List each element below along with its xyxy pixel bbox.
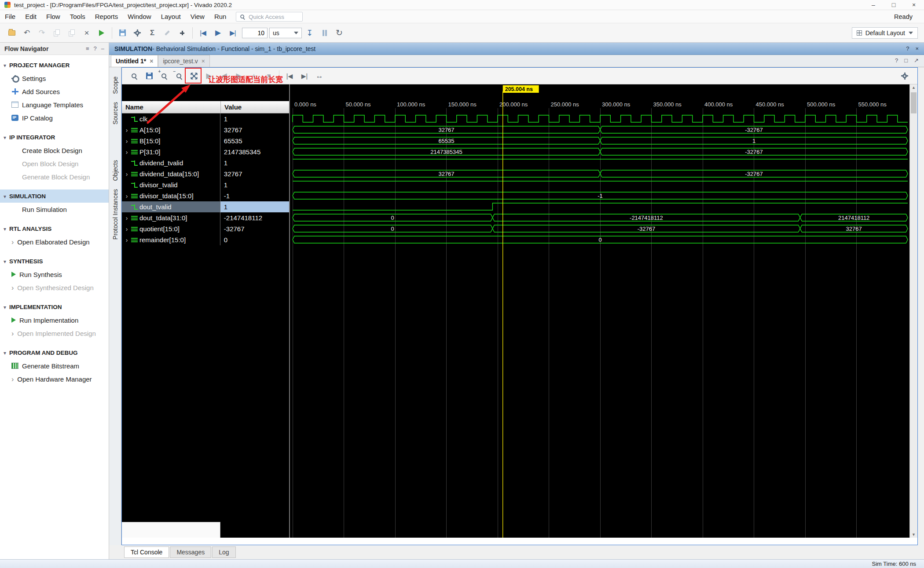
signal-row-remainder-15-0[interactable]: ›remainder[15:0]0 [122, 234, 289, 245]
signal-row-dout-tvalid[interactable]: dout_tvalid1 [122, 201, 289, 212]
nav-section-rtl-analysis[interactable]: RTL ANALYSIS [0, 222, 109, 235]
menu-reports[interactable]: Reports [90, 10, 123, 23]
signal-value[interactable]: -32767 [220, 223, 289, 234]
signal-value[interactable]: 1 [220, 157, 289, 168]
signal-name-cell[interactable]: dividend_tvalid [122, 157, 220, 168]
signal-value[interactable]: 1 [220, 179, 289, 190]
context-close-icon[interactable]: × [915, 45, 919, 52]
settings-gear-icon[interactable] [130, 25, 145, 40]
column-header-value[interactable]: Value [220, 101, 289, 113]
nav-section-synthesis[interactable]: SYNTHESIS [0, 255, 109, 268]
scroll-up-icon[interactable]: ▲ [910, 85, 917, 90]
expand-chevron-icon[interactable]: › [124, 171, 129, 178]
menu-edit[interactable]: Edit [20, 10, 41, 23]
nav-section-simulation[interactable]: SIMULATION [0, 189, 109, 203]
delete-icon[interactable]: × [79, 25, 94, 40]
simulation-settings-icon[interactable] [115, 25, 130, 40]
nav-item-generate-block-design[interactable]: Generate Block Design [0, 170, 109, 183]
bottom-tab-tcl-console[interactable]: Tcl Console [124, 546, 169, 558]
wave-save-icon[interactable] [142, 69, 157, 84]
editor-tab-ipcore-test-v[interactable]: ipcore_test.v× [158, 55, 210, 67]
side-tab-sources[interactable]: Sources [112, 102, 119, 124]
expand-chevron-icon[interactable]: › [124, 215, 129, 222]
signal-name-cell[interactable]: ›remainder[15:0] [122, 234, 220, 245]
signal-value[interactable]: -1 [220, 190, 289, 201]
menu-flow[interactable]: Flow [41, 10, 65, 23]
restart-simulation-icon[interactable]: |◀ [195, 25, 210, 40]
menu-run[interactable]: Run [209, 10, 231, 23]
vertical-scrollbar[interactable]: ▲ ▼ [909, 84, 917, 538]
run-all-icon[interactable]: ▶ [210, 25, 225, 40]
run-for-time-icon[interactable]: ↧ [302, 25, 317, 40]
signal-row-divisor-tdata-15-0[interactable]: ›divisor_tdata[15:0]-1 [122, 190, 289, 201]
quick-access-search[interactable]: Quick Access [236, 12, 303, 22]
step-icon[interactable]: ▶| [225, 25, 240, 40]
context-help-icon[interactable]: ? [906, 45, 909, 52]
signal-row-b-15-0[interactable]: ›B[15:0]65535 [122, 135, 289, 146]
signal-value[interactable]: 0 [220, 234, 289, 245]
signal-value[interactable]: 1 [220, 201, 289, 212]
nav-item-open-hardware-manager[interactable]: Open Hardware Manager [0, 372, 109, 386]
nav-item-open-synthesized-design[interactable]: Open Synthesized Design [0, 281, 109, 294]
nav-item-language-templates[interactable]: Language Templates [0, 98, 109, 111]
paste-icon[interactable] [64, 25, 79, 40]
redo-icon[interactable]: ↷ [34, 25, 49, 40]
signal-row-divisor-tvalid[interactable]: divisor_tvalid1 [122, 179, 289, 190]
signal-name-cell[interactable]: ›divisor_tdata[15:0] [122, 190, 220, 201]
side-tab-objects[interactable]: Objects [112, 160, 119, 181]
nav-help-icon[interactable]: ? [94, 45, 97, 52]
signal-name-cell[interactable]: ›P[31:0] [122, 146, 220, 157]
signal-row-dividend-tdata-15-0[interactable]: ›dividend_tdata[15:0]32767 [122, 168, 289, 179]
signal-name-cell[interactable]: divisor_tvalid [122, 179, 220, 190]
signal-value[interactable]: 65535 [220, 135, 289, 146]
nav-item-create-block-design[interactable]: Create Block Design [0, 144, 109, 157]
signal-value[interactable]: 32767 [220, 124, 289, 135]
menu-tools[interactable]: Tools [65, 10, 90, 23]
time-unit-select[interactable]: us [269, 28, 302, 38]
signal-row-dividend-tvalid[interactable]: dividend_tvalid1 [122, 157, 289, 168]
side-tab-protocol-instances[interactable]: Protocol Instances [112, 189, 119, 240]
next-transition-icon[interactable]: ▶ [231, 69, 246, 84]
expand-chevron-icon[interactable]: › [124, 226, 129, 233]
nav-item-run-implementation[interactable]: Run Implementation [0, 313, 109, 327]
menu-file[interactable]: File [0, 10, 20, 23]
fit-width-icon[interactable]: ↔ [312, 69, 327, 84]
nav-item-add-sources[interactable]: Add Sources [0, 85, 109, 98]
signal-row-clk[interactable]: clk1 [122, 113, 289, 124]
nav-section-ip-integrator[interactable]: IP INTEGRATOR [0, 131, 109, 144]
signal-value[interactable]: 1 [220, 113, 289, 124]
nav-section-program-and-debug[interactable]: PROGRAM AND DEBUG [0, 346, 109, 359]
side-tab-scope[interactable]: Scope [112, 76, 119, 94]
nav-item-ip-catalog[interactable]: IP Catalog [0, 111, 109, 124]
menu-layout[interactable]: Layout [156, 10, 186, 23]
expand-chevron-icon[interactable]: › [124, 138, 129, 145]
nav-minimize-icon[interactable]: – [101, 45, 104, 52]
waveform-svg[interactable]: 0.000 ns50.000 ns100.000 ns150.000 ns200… [291, 84, 910, 538]
zoom-to-cursor-icon[interactable]: ▶ [202, 69, 216, 84]
editor-tab-untitled-1[interactable]: Untitled 1*× [111, 55, 158, 67]
nav-section-project-manager[interactable]: PROJECT MANAGER [0, 58, 109, 72]
add-marker-icon[interactable]: + [246, 69, 261, 84]
signal-name-cell[interactable]: ›quotient[15:0] [122, 223, 220, 234]
nav-item-run-simulation[interactable]: Run Simulation [0, 203, 109, 216]
signal-row-quotient-15-0[interactable]: ›quotient[15:0]-32767 [122, 223, 289, 234]
signal-name-cell[interactable]: dout_tvalid [122, 201, 220, 212]
nav-section-implementation[interactable]: IMPLEMENTATION [0, 300, 109, 313]
editor-float-icon[interactable]: □ [904, 57, 908, 64]
pause-icon[interactable] [317, 25, 332, 40]
layout-selector[interactable]: Default Layout [852, 27, 918, 39]
editor-help-icon[interactable]: ? [895, 57, 898, 64]
signal-name-cell[interactable]: ›dout_tdata[31:0] [122, 212, 220, 223]
signal-name-cell[interactable]: ›B[15:0] [122, 135, 220, 146]
probe-icon[interactable] [175, 25, 190, 40]
marker-options-icon[interactable]: ▾ [261, 69, 276, 84]
nav-menu-icon[interactable]: ≡ [86, 45, 89, 52]
run-icon[interactable] [94, 25, 109, 40]
column-header-name[interactable]: Name [122, 101, 220, 113]
sigma-report-icon[interactable]: Σ [145, 25, 160, 40]
expand-chevron-icon[interactable]: › [124, 149, 129, 156]
menu-view[interactable]: View [186, 10, 209, 23]
signal-name-cell[interactable]: ›A[15:0] [122, 124, 220, 135]
go-to-end-icon[interactable]: ▶| [297, 69, 312, 84]
wave-search-icon[interactable] [127, 69, 142, 84]
